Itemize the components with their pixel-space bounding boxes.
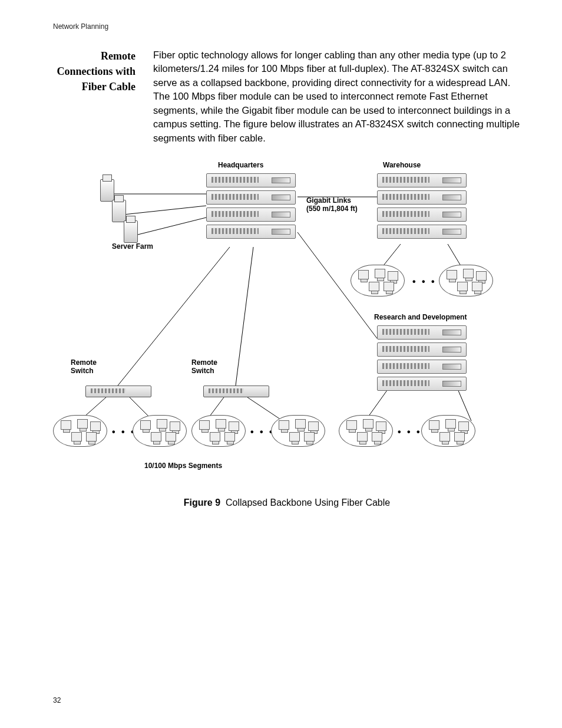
switch-unit [377,207,467,222]
switch-unit [206,225,296,239]
label-remote-switch-1: Remote Switch [71,359,97,375]
switch-unit [206,173,296,187]
remote-switch [85,386,151,397]
ellipsis-icon: • • • [398,427,422,437]
ellipsis-icon: • • • [412,276,437,287]
label-gigabit-links-2: (550 m/1,804 ft) [306,205,358,213]
svg-line-14 [247,397,283,421]
workstation-group [439,265,493,297]
figure-number: Figure 9 [184,498,220,508]
workstation-group [351,265,405,297]
server-icon [100,179,113,207]
hq-switch-stack [206,173,296,242]
switch-unit [377,325,467,340]
switch-unit [377,190,467,205]
server-icon [112,200,125,228]
workstation-group [53,415,107,447]
workstation-group [133,415,187,447]
svg-line-1 [124,206,206,215]
label-warehouse: Warehouse [383,162,421,170]
switch-unit [377,173,467,187]
label-segments: 10/100 Mbps Segments [144,462,222,470]
svg-line-6 [236,247,253,386]
label-headquarters: Headquarters [218,162,263,170]
network-diagram: Headquarters Warehouse Gigabit Links (55… [47,162,513,480]
running-head: Network Planning [53,22,521,31]
server-icon [124,220,137,249]
rd-switch-stack [377,325,467,394]
label-research-dev: Research and Development [374,314,467,322]
switch-unit [377,360,467,374]
switch-unit [377,225,467,239]
figure-caption-text: Collapsed Backbone Using Fiber Cable [226,498,390,508]
side-heading: Remote Connections with Fiber Cable [53,48,135,94]
switch-unit [377,342,467,357]
switch-unit [206,190,296,205]
content-row: Remote Connections with Fiber Cable Fibe… [53,48,521,145]
svg-line-2 [135,218,206,235]
workstation-group [421,415,475,447]
switch-unit [206,207,296,222]
warehouse-switch-stack [377,173,467,242]
workstation-group [191,415,246,447]
label-gigabit-links-1: Gigabit Links [306,197,351,205]
workstation-group [271,415,325,447]
label-remote-switch-2: Remote Switch [191,359,217,375]
switch-unit [377,377,467,391]
figure-caption: Figure 9 Collapsed Backbone Using Fiber … [53,498,521,508]
page-number: 32 [53,696,61,704]
workstation-group [339,415,393,447]
body-paragraph: Fiber optic technology allows for longer… [153,48,521,145]
remote-switch [203,386,269,397]
